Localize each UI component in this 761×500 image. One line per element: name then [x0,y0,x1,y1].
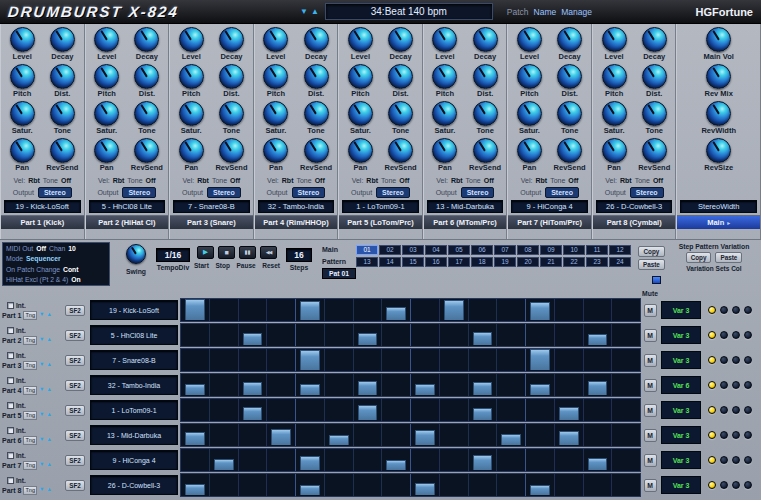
variation-led-2[interactable] [720,331,728,339]
sample-name[interactable]: 32 - Tambo-India [258,200,335,213]
step-8[interactable] [382,299,411,321]
pan-knob[interactable] [263,138,288,163]
step-2[interactable] [210,374,239,396]
row-sample-name[interactable]: 26 - D-Cowbell-3 [90,475,178,495]
step-7[interactable] [354,424,383,446]
step-1[interactable] [181,374,210,396]
mute-button[interactable]: M [644,404,657,417]
internal-checkbox[interactable] [7,477,14,484]
tone-value[interactable]: Off [568,177,578,184]
pan-knob[interactable] [432,138,457,163]
variation-led-4[interactable] [744,406,752,414]
pattern-cell-22[interactable]: 22 [563,257,585,267]
part-label[interactable]: Part 2 (HiHat Cl) [86,215,169,229]
variation-led-1[interactable] [708,431,716,439]
step-11[interactable] [469,349,498,371]
row-sample-name[interactable]: 7 - Snare08-B [90,350,178,370]
rev-mix-knob[interactable] [706,64,731,89]
sample-name[interactable]: 26 - D-Cowbell-3 [596,200,673,213]
variation-led-2[interactable] [720,431,728,439]
dist-knob[interactable] [388,64,413,89]
step-11[interactable] [469,449,498,471]
internal-checkbox[interactable] [7,452,14,459]
step-4[interactable] [267,299,296,321]
pattern-cell-01[interactable]: 01 [356,245,378,255]
revsend-knob[interactable] [388,138,413,163]
tone-knob[interactable] [473,101,498,126]
step-13[interactable] [526,449,555,471]
vel-mode-value[interactable]: Rbt [535,177,547,184]
variation-select[interactable]: Var 6 [661,376,701,394]
step-8[interactable] [382,349,411,371]
decay-knob[interactable] [557,27,582,52]
decay-knob[interactable] [388,27,413,52]
variation-led-4[interactable] [744,356,752,364]
step-12[interactable] [497,374,526,396]
variation-led-4[interactable] [744,431,752,439]
step-10[interactable] [440,399,469,421]
variation-select[interactable]: Var 3 [661,326,701,344]
variation-led-1[interactable] [708,356,716,364]
mute-button[interactable]: M [644,354,657,367]
pitch-knob[interactable] [432,64,457,89]
step-4[interactable] [267,374,296,396]
output-select[interactable]: Stereo [292,187,326,198]
shift-up-icon[interactable]: ▲ [46,337,51,343]
hihat-excl-value[interactable]: On [71,276,80,283]
sample-name[interactable]: 7 - Snare08-B [173,200,250,213]
shift-down-icon[interactable]: ▼ [39,487,44,493]
sf2-button[interactable]: SF2 [65,330,85,341]
satur-knob[interactable] [432,101,457,126]
step-2[interactable] [210,474,239,496]
step-2[interactable] [210,399,239,421]
variation-select[interactable]: Var 3 [661,476,701,494]
part-label[interactable]: Part 8 (Cymbal) [593,215,676,229]
step-14[interactable] [555,474,584,496]
step-10[interactable] [440,424,469,446]
step-16[interactable] [612,449,640,471]
variation-led-3[interactable] [732,431,740,439]
pattern-cell-17[interactable]: 17 [448,257,470,267]
pan-knob[interactable] [348,138,373,163]
trigger-button[interactable]: Tng [23,386,36,395]
sf2-button[interactable]: SF2 [65,355,85,366]
trigger-button[interactable]: Tng [23,411,36,420]
shift-up-icon[interactable]: ▲ [46,412,51,418]
step-9[interactable] [411,299,440,321]
steps-value[interactable]: 16 [286,248,312,262]
step-7[interactable] [354,349,383,371]
mute-button[interactable]: M [644,479,657,492]
level-knob[interactable] [348,27,373,52]
step-8[interactable] [382,449,411,471]
step-14[interactable] [555,449,584,471]
step-11[interactable] [469,399,498,421]
part-label[interactable]: Part 6 (MTom/Prc) [424,215,507,229]
variation-paste-button[interactable]: Paste [715,252,742,263]
step-2[interactable] [210,324,239,346]
shift-up-icon[interactable]: ▲ [46,312,51,318]
row-sample-name[interactable]: 1 - LoTom09-1 [90,400,178,420]
variation-led-1[interactable] [708,381,716,389]
step-11[interactable] [469,474,498,496]
step-8[interactable] [382,324,411,346]
shift-down-icon[interactable]: ▼ [39,412,44,418]
tone-knob[interactable] [642,101,667,126]
variation-led-4[interactable] [744,381,752,389]
step-15[interactable] [584,474,613,496]
satur-knob[interactable] [602,101,627,126]
step-12[interactable] [497,324,526,346]
step-15[interactable] [584,349,613,371]
mute-button[interactable]: M [644,454,657,467]
step-4[interactable] [267,349,296,371]
mute-button[interactable]: M [644,304,657,317]
mode-value[interactable]: Sequencer [26,255,61,262]
row-sample-name[interactable]: 32 - Tambo-India [90,375,178,395]
decay-knob[interactable] [219,27,244,52]
step-7[interactable] [354,449,383,471]
variation-led-1[interactable] [708,331,716,339]
step-4[interactable] [267,449,296,471]
internal-checkbox[interactable] [7,302,14,309]
variation-led-1[interactable] [708,456,716,464]
pattern-cell-08[interactable]: 08 [517,245,539,255]
step-3[interactable] [239,324,268,346]
